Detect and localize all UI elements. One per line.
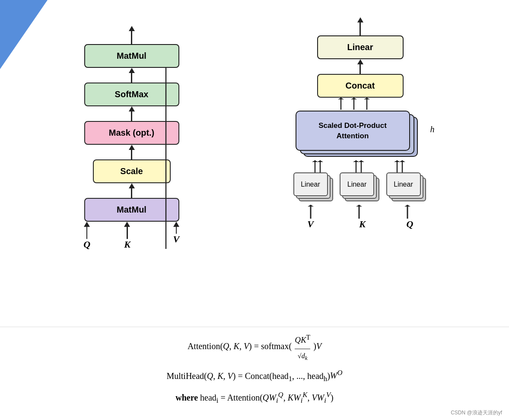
matmul-top-box: MatMul (84, 44, 179, 68)
arrows-to-attention-svg (293, 160, 427, 172)
watermark: CSDN @浪迹天涯的yf (451, 409, 502, 417)
right-input-labels: V K Q (293, 219, 427, 230)
right-arrow1 (357, 59, 363, 74)
left-diagram: MatMul SoftMax Mask (opt.) (58, 26, 205, 250)
arrow1 (129, 68, 135, 83)
right-input-k: K (350, 219, 375, 230)
input-k-col: K (111, 222, 143, 250)
svg-marker-17 (394, 160, 400, 162)
h-label: h (430, 124, 435, 134)
right-diagram: Linear Concat (270, 17, 451, 230)
input-k-label: K (124, 239, 130, 250)
main-container: MatMul SoftMax Mask (opt.) (0, 0, 509, 420)
input-q-label: Q (83, 239, 90, 250)
concat-box: Concat (317, 74, 404, 98)
svg-marker-19 (399, 160, 405, 162)
mask-box: Mask (opt.) (84, 121, 179, 145)
multi-arrows-up (298, 98, 423, 111)
bottom-inputs: Q K V (71, 222, 192, 250)
attention-label: Scaled Dot-ProductAttention (318, 121, 387, 141)
stacked-linears: Linear Linear Linear (293, 172, 427, 205)
svg-marker-7 (364, 98, 370, 99)
arrow3 (129, 145, 135, 159)
multi-arrows-svg (298, 98, 423, 111)
input-q-col: Q (71, 222, 103, 250)
linear-top-box: Linear (317, 35, 404, 59)
arrow4 (129, 183, 135, 198)
corner-decoration (0, 0, 60, 78)
linear-q-box: Linear (386, 172, 421, 196)
input-v-label: V (173, 234, 179, 245)
softmax-box: SoftMax (84, 83, 179, 106)
formula-head: where headi = Attention(QWiQ, KWiK, VWiV… (175, 388, 334, 407)
formula-attention: Attention(Q, K, V) = softmax( QKT √dk )V (188, 331, 321, 363)
linear-q-stack: Linear (386, 172, 427, 205)
matmul-bottom-box: MatMul (84, 198, 179, 222)
svg-marker-9 (312, 160, 318, 162)
right-input-arrows-svg (293, 205, 427, 219)
arrow2 (129, 106, 135, 121)
right-input-v: V (298, 219, 324, 230)
formula-multihead: MultiHead(Q, K, V) = Concat(head1, ..., … (166, 367, 342, 385)
frac-denominator: √dk (298, 349, 308, 363)
svg-marker-25 (404, 205, 410, 207)
scale-box: Scale (93, 159, 171, 183)
diagrams-area: MatMul SoftMax Mask (opt.) (0, 0, 509, 327)
stacked-attention: Scaled Dot-ProductAttention h (296, 111, 425, 160)
right-top-arrow (357, 17, 363, 35)
svg-marker-3 (338, 98, 344, 99)
frac-numerator: QKT (295, 331, 310, 349)
fraction: QKT √dk (295, 331, 310, 363)
svg-marker-23 (356, 205, 362, 207)
svg-marker-0 (0, 0, 48, 69)
right-input-q: Q (397, 219, 423, 230)
svg-marker-21 (308, 205, 314, 207)
svg-marker-15 (358, 160, 364, 162)
linear-k-box: Linear (340, 172, 374, 196)
svg-marker-11 (317, 160, 323, 162)
attention-box: Scaled Dot-ProductAttention (296, 111, 410, 151)
right-input-arrows (293, 205, 427, 219)
linear-k-stack: Linear (340, 172, 381, 205)
linear-v-stack: Linear (293, 172, 334, 205)
arrows-to-attention (293, 160, 427, 172)
v-long-arrow (165, 67, 167, 249)
svg-marker-5 (351, 98, 357, 99)
svg-marker-13 (353, 160, 359, 162)
linear-v-box: Linear (293, 172, 328, 196)
top-output-arrow (129, 26, 135, 44)
arrow-k (124, 222, 130, 239)
formulas-area: Attention(Q, K, V) = softmax( QKT √dk )V… (0, 327, 509, 420)
arrow-q (84, 222, 90, 239)
